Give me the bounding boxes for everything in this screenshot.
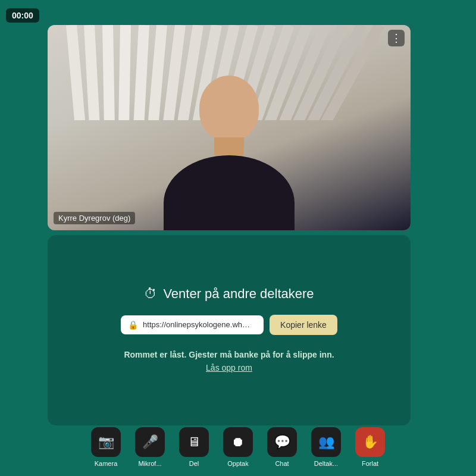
copy-link-button[interactable]: Kopier lenke	[270, 315, 337, 335]
clock-icon: ⏱	[144, 286, 157, 302]
video-more-options-button[interactable]: ⋮	[388, 30, 405, 46]
kamera-label: Kamera	[95, 460, 118, 467]
toolbar: 📷Kamera🎤Mikrof...🖥Del⏺Opptak💬Chat👥Deltak…	[0, 424, 476, 476]
unlock-room-link[interactable]: Lås opp rom	[206, 363, 252, 372]
url-row: 🔒 https://onlinepsykologene.whereby.cc K…	[121, 315, 337, 335]
head-shape	[199, 76, 259, 141]
video-container: ⋮ Kyrre Dyregrov (deg)	[48, 25, 411, 230]
deltakere-icon: 👥	[311, 427, 341, 457]
toolbar-btn-opptak[interactable]: ⏺Opptak	[221, 425, 255, 469]
toolbar-btn-forlat[interactable]: ✋Forlat	[353, 425, 387, 469]
meeting-url: https://onlinepsykologene.whereby.cc	[143, 320, 250, 329]
toolbar-btn-chat[interactable]: 💬Chat	[265, 425, 299, 469]
del-icon: 🖥	[179, 427, 209, 457]
url-display: 🔒 https://onlinepsykologene.whereby.cc	[121, 315, 264, 334]
toolbar-btn-kamera[interactable]: 📷Kamera	[89, 425, 123, 469]
person-silhouette	[152, 64, 306, 230]
video-feed: ⋮ Kyrre Dyregrov (deg)	[48, 25, 411, 230]
deltakere-label: Deltak...	[314, 460, 338, 467]
toolbar-btn-mikrofon[interactable]: 🎤Mikrof...	[133, 425, 167, 469]
timer-display: 00:00	[6, 8, 39, 23]
toolbar-btn-deltakere[interactable]: 👥Deltak...	[309, 425, 343, 469]
neck-shape	[214, 137, 244, 155]
lock-icon: 🔒	[128, 320, 138, 330]
chat-label: Chat	[275, 460, 289, 467]
del-label: Del	[189, 460, 199, 467]
participant-name-label: Kyrre Dyregrov (deg)	[54, 212, 135, 224]
toolbar-btn-del[interactable]: 🖥Del	[177, 425, 211, 469]
forlat-label: Forlat	[362, 460, 378, 467]
chat-icon: 💬	[267, 427, 297, 457]
mikrofon-label: Mikrof...	[138, 460, 161, 467]
kamera-icon: 📷	[91, 427, 121, 457]
opptak-label: Opptak	[227, 460, 248, 467]
body-shape	[164, 155, 295, 230]
forlat-icon: ✋	[355, 427, 385, 457]
opptak-icon: ⏺	[223, 427, 253, 457]
waiting-title: ⏱ Venter på andre deltakere	[144, 286, 314, 302]
room-locked-info: Rommet er låst. Gjester må banke på for …	[124, 348, 334, 375]
waiting-panel: ⏱ Venter på andre deltakere 🔒 https://on…	[48, 235, 411, 425]
mikrofon-icon: 🎤	[135, 427, 165, 457]
